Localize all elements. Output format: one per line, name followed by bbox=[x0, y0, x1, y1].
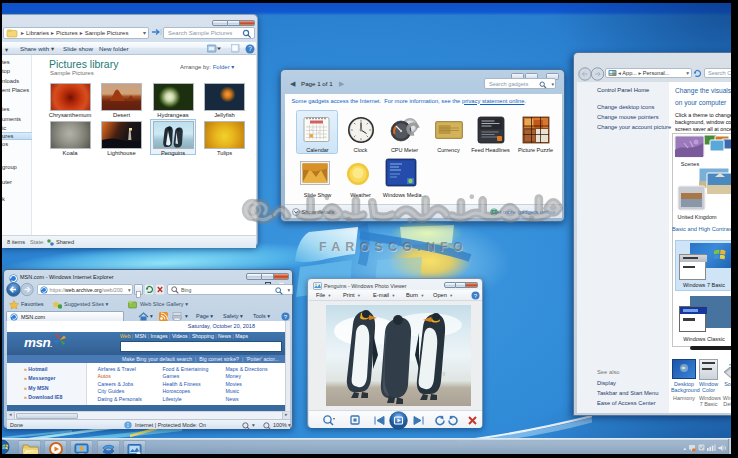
svg-text:?: ? bbox=[248, 45, 252, 52]
svg-text:f t y: f t y bbox=[438, 371, 446, 376]
